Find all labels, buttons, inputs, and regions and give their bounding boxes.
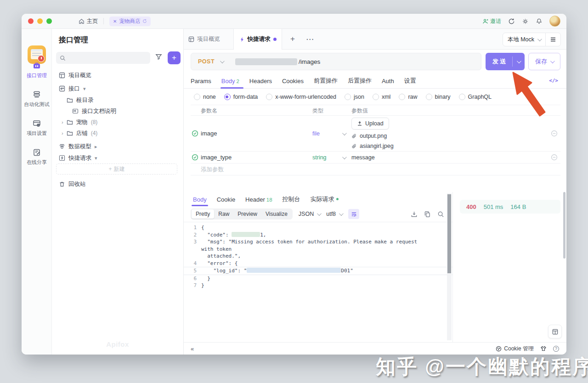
format-dropdown[interactable]: JSON (299, 211, 320, 217)
request-url-bar[interactable]: POST /images (191, 53, 481, 70)
env-menu-icon[interactable] (546, 36, 560, 43)
type-chevron-icon[interactable] (342, 155, 347, 159)
zoom-window-button[interactable] (46, 18, 52, 24)
tab-headers[interactable]: Headers (249, 78, 272, 84)
tab-auth[interactable]: Auth (382, 78, 394, 84)
code-view-icon[interactable]: </> (549, 78, 558, 84)
code-scrollbar[interactable] (447, 193, 452, 340)
mock-env-dropdown[interactable]: 本地 Mock (503, 36, 545, 44)
cookie-manage-button[interactable]: Cookie 管理 (496, 345, 534, 353)
radio-binary[interactable]: binary (426, 94, 451, 100)
new-tab-button[interactable]: + (290, 34, 295, 44)
caret-down-icon[interactable]: ▾ (83, 86, 86, 92)
param-type[interactable]: file (312, 130, 320, 137)
word-wrap-icon[interactable] (348, 209, 359, 219)
home-tab[interactable]: 主页 (79, 17, 98, 25)
project-tab[interactable]: ✕ 宠物商店 (109, 17, 151, 26)
radio-raw[interactable]: raw (399, 94, 417, 100)
save-options-chevron-icon[interactable] (550, 59, 555, 63)
mode-preview[interactable]: Preview (233, 209, 261, 219)
download-icon[interactable] (411, 211, 418, 218)
resp-tab-actual-request[interactable]: 实际请求 (311, 195, 339, 203)
response-code[interactable]: 1{2 "code": 1,3 "msg": "Missing access t… (184, 222, 452, 341)
remove-row-icon[interactable] (551, 130, 558, 137)
upload-button[interactable]: Upload (351, 118, 389, 130)
tab-pre-ops[interactable]: 前置操作 (314, 77, 338, 85)
sidebar-item-data-models[interactable]: 数据模型 ▸ (59, 141, 97, 152)
sidebar-item-shop-folder[interactable]: › 店铺 (4) (62, 128, 97, 138)
resp-tab-body[interactable]: Body (193, 196, 207, 203)
caret-right-icon[interactable]: ▸ (95, 144, 97, 150)
sidebar-item-quick-request[interactable]: 快捷请求 ▾ (59, 153, 97, 163)
theme-icon[interactable] (540, 345, 547, 352)
add-button[interactable]: + (168, 51, 181, 64)
layout-toggle-button[interactable] (548, 325, 562, 338)
sidebar-item-trash[interactable]: 回收站 (59, 179, 86, 189)
param-value[interactable]: message (351, 154, 375, 161)
file-item[interactable]: asiangirl.jpeg (351, 143, 394, 149)
collapse-panel-icon[interactable]: « (191, 345, 194, 352)
filter-icon[interactable] (155, 53, 163, 61)
scrollbar-thumb[interactable] (447, 194, 451, 273)
send-options-chevron-icon[interactable] (517, 59, 521, 63)
gear-icon[interactable] (522, 18, 529, 25)
rail-item-automation-test[interactable]: 自动化测试 (22, 90, 52, 108)
rail-item-project-settings[interactable]: 项目设置 (22, 119, 52, 137)
bell-icon[interactable] (536, 18, 543, 25)
tab-cookies[interactable]: Cookies (282, 78, 304, 84)
param-name[interactable]: image (201, 130, 217, 137)
resp-tab-header[interactable]: Header18 (245, 196, 272, 203)
mode-raw[interactable]: Raw (214, 209, 233, 219)
caret-down-icon[interactable]: ▾ (95, 155, 97, 161)
rail-item-online-share[interactable]: 在线分享 (22, 148, 52, 166)
check-circle-icon[interactable] (192, 130, 198, 137)
sidebar-item-pets-folder[interactable]: › 宠物 (8) (62, 117, 97, 127)
table-row[interactable]: image file Upload output.png asiangirl.j… (191, 116, 560, 152)
encoding-dropdown[interactable]: utf8 (326, 211, 342, 217)
tab-project-overview[interactable]: 项目概览 (188, 29, 230, 50)
search-icon[interactable] (437, 211, 444, 218)
tab-body[interactable]: Body2 (221, 78, 239, 84)
search-input[interactable] (68, 55, 142, 61)
invite-button[interactable]: 邀请 (482, 17, 501, 25)
table-row[interactable]: image_type string message (191, 152, 560, 163)
user-avatar[interactable] (549, 16, 560, 27)
param-type[interactable]: string (312, 154, 327, 161)
mode-pretty[interactable]: Pretty (192, 209, 214, 219)
tab-post-ops[interactable]: 后置操作 (348, 77, 372, 85)
new-request-button[interactable]: + 新建 (56, 163, 177, 175)
close-tab-icon[interactable]: ✕ (113, 19, 117, 24)
resp-tab-console[interactable]: 控制台 (283, 195, 300, 203)
close-window-button[interactable] (28, 18, 34, 24)
rail-item-api-manage[interactable]: 接口管理 (22, 61, 52, 79)
radio-graphql[interactable]: GraphQL (459, 94, 492, 100)
radio-x-www-form-urlencoded[interactable]: x-www-form-urlencoded (266, 94, 336, 100)
radio-json[interactable]: json (345, 94, 364, 100)
check-circle-icon[interactable] (192, 154, 198, 161)
method-label[interactable]: POST (198, 58, 215, 65)
sidebar-item-api[interactable]: 接口 ▾ (59, 84, 86, 94)
search-box[interactable] (56, 52, 150, 64)
help-icon[interactable]: ? (553, 346, 559, 352)
sidebar-item-api-doc[interactable]: 接口文档说明 (72, 106, 116, 116)
resp-tab-cookie[interactable]: Cookie (217, 196, 235, 203)
caret-right-icon[interactable]: › (62, 119, 63, 125)
param-name[interactable]: image_type (201, 154, 232, 161)
add-param-row[interactable]: 添加参数 (191, 163, 560, 175)
save-button[interactable]: 保存 (528, 53, 560, 70)
tab-quick-request[interactable]: 快捷请求 (233, 29, 282, 50)
window-scrollbar-thumb[interactable] (563, 192, 565, 259)
tab-params[interactable]: Params (191, 78, 211, 84)
minimize-window-button[interactable] (37, 18, 43, 24)
mode-visualize[interactable]: Visualize (261, 209, 292, 219)
type-chevron-icon[interactable] (342, 131, 347, 135)
caret-right-icon[interactable]: › (62, 130, 63, 136)
url-path[interactable]: /images (299, 58, 320, 65)
method-chevron-icon[interactable] (220, 59, 225, 63)
more-tabs-icon[interactable]: ⋯ (306, 34, 314, 44)
radio-form-data[interactable]: form-data (224, 94, 258, 100)
copy-icon[interactable] (424, 211, 431, 218)
sidebar-item-project-overview[interactable]: 项目概览 (59, 70, 91, 80)
send-button[interactable]: 发 送 (486, 53, 525, 70)
remove-row-icon[interactable] (551, 154, 558, 161)
